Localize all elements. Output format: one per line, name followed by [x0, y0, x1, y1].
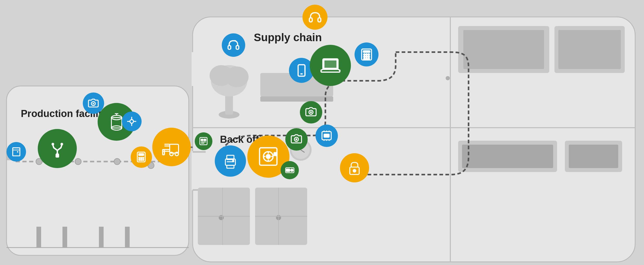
svg-point-132: [366, 54, 367, 55]
svg-point-135: [366, 56, 367, 57]
prod-robot-arm-icon[interactable]: [38, 129, 77, 168]
svg-point-134: [363, 56, 365, 57]
svg-point-57: [93, 103, 94, 104]
svg-point-64: [130, 120, 134, 123]
svg-rect-103: [274, 153, 277, 156]
svg-rect-49: [13, 148, 20, 156]
svg-point-131: [363, 54, 365, 55]
svg-rect-16: [192, 151, 194, 190]
svg-rect-118: [324, 134, 329, 137]
svg-point-95: [232, 160, 234, 162]
svg-rect-121: [309, 18, 312, 22]
svg-rect-21: [260, 96, 333, 102]
svg-point-133: [368, 54, 369, 55]
svg-rect-33: [462, 145, 553, 168]
svg-rect-55: [55, 155, 59, 157]
svg-rect-5: [99, 227, 104, 248]
svg-rect-122: [318, 18, 321, 22]
svg-point-136: [368, 56, 369, 57]
svg-rect-4: [62, 227, 67, 248]
svg-point-120: [353, 169, 356, 172]
svg-point-138: [366, 58, 367, 60]
svg-rect-123: [228, 46, 231, 49]
prod-forklift-icon[interactable]: [152, 128, 191, 166]
svg-point-26: [225, 66, 249, 87]
svg-point-10: [114, 158, 120, 165]
scene: Production facility Back office Supply c…: [0, 0, 644, 265]
svg-point-37: [219, 215, 224, 220]
svg-rect-128: [324, 60, 337, 68]
svg-point-54: [60, 143, 63, 145]
prod-calculator-icon[interactable]: [131, 146, 152, 168]
svg-point-98: [267, 155, 270, 159]
svg-point-75: [141, 159, 142, 161]
svg-rect-124: [236, 46, 239, 49]
svg-point-71: [139, 158, 140, 159]
svg-point-50: [17, 151, 18, 152]
backoffice-panel-icon[interactable]: [195, 132, 212, 150]
svg-rect-34: [569, 145, 618, 168]
svg-point-73: [143, 158, 144, 159]
svg-rect-108: [286, 169, 290, 171]
svg-rect-3: [36, 227, 41, 248]
backoffice-printer-icon[interactable]: [215, 145, 246, 177]
prod-door-panel-icon[interactable]: [7, 142, 26, 162]
svg-point-139: [368, 58, 369, 60]
svg-rect-93: [227, 165, 234, 168]
svg-point-76: [143, 159, 144, 161]
svg-point-137: [363, 58, 365, 60]
svg-rect-79: [163, 150, 170, 151]
svg-rect-86: [200, 138, 207, 145]
svg-point-9: [75, 158, 81, 165]
svg-rect-17: [193, 151, 206, 153]
supply-laptop-icon[interactable]: [310, 45, 351, 86]
backoffice-camera1-icon[interactable]: [285, 128, 308, 151]
svg-rect-30: [558, 30, 621, 69]
supply-chain-label: Supply chain: [254, 31, 322, 44]
svg-point-107: [291, 169, 293, 171]
supply-headset-yellow-icon[interactable]: [302, 5, 327, 30]
backoffice-controller-icon[interactable]: [315, 125, 338, 147]
svg-point-53: [52, 143, 54, 145]
supply-keypad-icon[interactable]: [355, 42, 378, 66]
backoffice-lock-icon[interactable]: [340, 153, 369, 182]
svg-point-72: [141, 158, 142, 159]
svg-rect-87: [201, 139, 203, 141]
svg-rect-19: [192, 52, 194, 86]
supply-headset-blue-icon[interactable]: [222, 33, 245, 57]
backoffice-recorder-icon[interactable]: [281, 161, 299, 179]
backoffice-camera2-icon[interactable]: [300, 101, 322, 124]
svg-rect-130: [363, 51, 370, 52]
svg-point-110: [310, 111, 312, 113]
svg-rect-88: [204, 139, 206, 141]
svg-point-74: [139, 159, 140, 161]
svg-rect-29: [463, 30, 544, 69]
svg-point-105: [295, 138, 297, 140]
svg-rect-70: [139, 154, 144, 156]
svg-rect-6: [125, 227, 130, 248]
svg-point-48: [446, 76, 450, 80]
prod-connector-icon[interactable]: [122, 112, 142, 131]
